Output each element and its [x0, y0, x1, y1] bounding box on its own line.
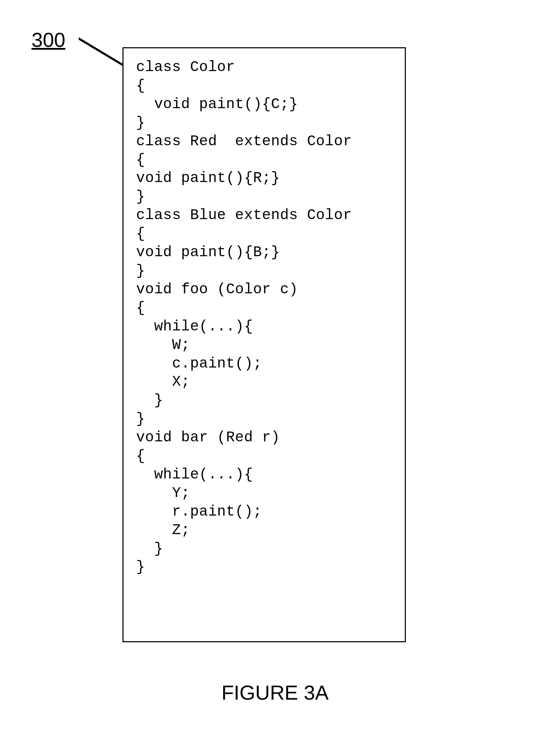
- code-listing-box: class Color { void paint(){C;} } class R…: [122, 47, 406, 642]
- figure-caption: FIGURE 3A: [0, 681, 550, 704]
- svg-line-0: [79, 38, 122, 65]
- figure-number-label: 300: [31, 28, 65, 51]
- code-listing-text: class Color { void paint(){C;} } class R…: [136, 58, 392, 576]
- leader-line: [79, 35, 128, 70]
